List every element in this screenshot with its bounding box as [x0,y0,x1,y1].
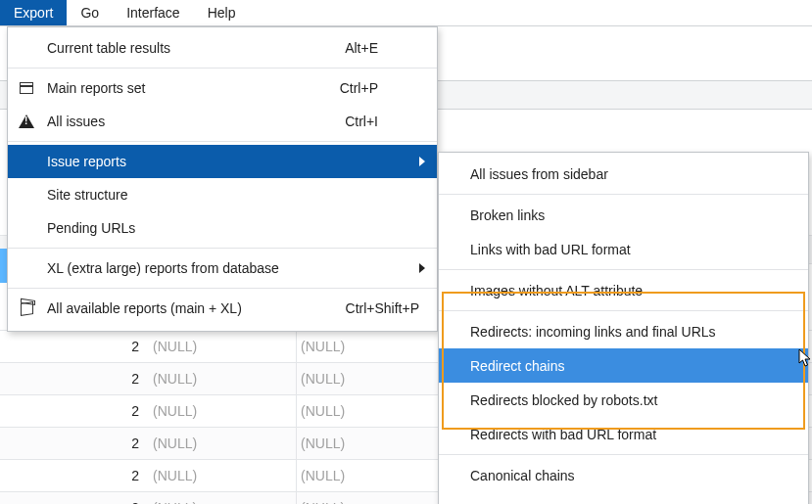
menu-separator [439,269,808,270]
submenu-item-label: Redirect chains [470,358,565,374]
menu-item-issue-reports[interactable]: Issue reports [8,145,437,178]
menu-item-shortcut: Ctrl+I [345,114,378,129]
submenu-item-all-issues-sidebar[interactable]: All issues from sidebar [439,157,808,191]
cell-value: 2 [0,363,149,394]
menu-item-pending-urls[interactable]: Pending URLs [8,211,437,245]
menu-separator [8,68,437,69]
menu-item-label: All issues [47,114,345,129]
submenu-item-label: Broken links [470,207,545,223]
submenu-item-redirects-bad-url[interactable]: Redirects with bad URL format [439,417,808,451]
menu-label: Export [14,5,53,21]
submenu-item-label: Redirects: incoming links and final URLs [470,324,716,340]
submenu-item-label: Canonical chains [470,468,575,483]
menu-item-shortcut: Alt+E [345,40,378,56]
package-icon [19,300,34,316]
cell-null: (NULL) [149,460,296,491]
menu-separator [8,248,437,249]
submenu-item-redirects-incoming[interactable]: Redirects: incoming links and final URLs [439,314,808,348]
menu-separator [8,141,437,142]
cell-value: 2 [0,460,149,491]
menu-item-label: Issue reports [47,154,437,169]
menu-item-label: Current table results [47,40,345,56]
cell-value: 2 [0,395,149,427]
submenu-item-canonical-chains[interactable]: Canonical chains [439,458,808,492]
menu-item-shortcut: Ctrl+Shift+P [346,300,419,316]
menu-item-label: Site structure [47,187,437,203]
submenu-item-label: All issues from sidebar [470,166,608,182]
cell-null: (NULL) [149,492,296,504]
menu-separator [8,288,437,289]
menu-item-label: XL (extra large) reports from database [47,260,437,276]
menu-separator [439,454,808,455]
menu-item-label: All available reports (main + XL) [47,300,346,316]
menu-label: Interface [126,5,179,21]
menu-separator [439,194,808,195]
menu-item-current-table-results[interactable]: Current table results Alt+E [8,31,437,65]
menu-item-xl-reports[interactable]: XL (extra large) reports from database [8,252,437,285]
menubar: Export Go Interface Help [0,0,812,26]
cell-null: (NULL) [149,331,296,362]
submenu-item-bad-url-links[interactable]: Links with bad URL format [439,232,808,266]
submenu-item-label: Redirects blocked by robots.txt [470,392,657,408]
menu-export[interactable]: Export [0,0,67,25]
stack-icon [19,80,34,96]
menu-item-site-structure[interactable]: Site structure [8,178,437,211]
cell-null: (NULL) [149,395,296,427]
submenu-item-label: Links with bad URL format [470,242,631,257]
menu-item-label: Pending URLs [47,220,437,236]
export-dropdown: Current table results Alt+E Main reports… [7,26,438,332]
issue-reports-submenu: All issues from sidebar Broken links Lin… [438,152,809,504]
submenu-item-redirect-chains[interactable]: Redirect chains [439,348,808,383]
submenu-item-redirects-robots[interactable]: Redirects blocked by robots.txt [439,383,808,417]
menu-item-shortcut: Ctrl+P [340,80,378,96]
menu-label: Go [80,5,99,21]
cell-null: (NULL) [149,363,296,394]
submenu-arrow-icon [419,263,425,273]
submenu-arrow-icon [419,157,425,166]
submenu-item-canonical-robots[interactable]: Canonical blocked by robots.txt [439,492,808,504]
submenu-item-broken-links[interactable]: Broken links [439,198,808,232]
cell-value: 2 [0,492,149,504]
menu-item-label: Main reports set [47,80,340,96]
cell-value: 2 [0,428,149,459]
menu-item-all-available-reports[interactable]: All available reports (main + XL) Ctrl+S… [8,292,437,325]
menu-separator [439,310,808,311]
submenu-item-label: Images without ALT attribute [470,283,643,298]
menu-go[interactable]: Go [67,0,113,25]
menu-interface[interactable]: Interface [113,0,193,25]
submenu-item-label: Redirects with bad URL format [470,427,656,442]
submenu-item-images-no-alt[interactable]: Images without ALT attribute [439,273,808,307]
cell-null: (NULL) [149,428,296,459]
menu-help[interactable]: Help [194,0,250,25]
menu-item-main-reports-set[interactable]: Main reports set Ctrl+P [8,71,437,105]
cell-value: 2 [0,331,149,362]
menu-item-all-issues[interactable]: All issues Ctrl+I [8,105,437,138]
warning-icon [19,114,34,129]
menu-label: Help [208,5,236,21]
